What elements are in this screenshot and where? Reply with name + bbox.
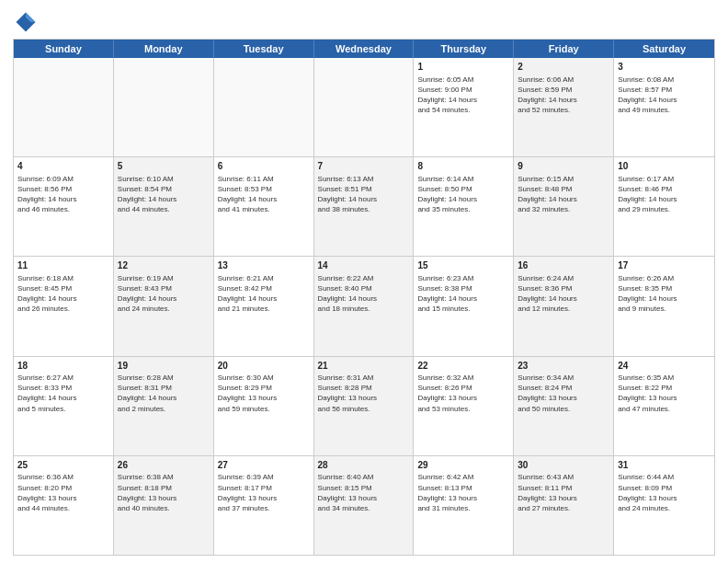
header-day-friday: Friday	[514, 40, 614, 58]
cell-info: Sunrise: 6:22 AM Sunset: 8:40 PM Dayligh…	[318, 273, 410, 315]
header-day-tuesday: Tuesday	[214, 40, 314, 58]
cell-info: Sunrise: 6:30 AM Sunset: 8:29 PM Dayligh…	[218, 373, 310, 414]
cell-info: Sunrise: 6:31 AM Sunset: 8:28 PM Dayligh…	[318, 373, 410, 414]
cell-info: Sunrise: 6:39 AM Sunset: 8:17 PM Dayligh…	[218, 472, 310, 513]
day-number: 13	[218, 259, 310, 272]
cell-info: Sunrise: 6:21 AM Sunset: 8:42 PM Dayligh…	[218, 273, 310, 315]
cell-info: Sunrise: 6:35 AM Sunset: 8:22 PM Dayligh…	[618, 373, 711, 414]
day-number: 3	[618, 61, 711, 74]
day-number: 28	[318, 459, 410, 472]
calendar-row-0: 1Sunrise: 6:05 AM Sunset: 9:00 PM Daylig…	[14, 58, 714, 157]
day-number: 11	[17, 259, 109, 272]
calendar-cell-empty-0-1	[114, 58, 214, 156]
calendar-cell-empty-0-3	[314, 58, 415, 156]
calendar-header: SundayMondayTuesdayWednesdayThursdayFrid…	[14, 40, 714, 58]
calendar-row-4: 25Sunrise: 6:36 AM Sunset: 8:20 PM Dayli…	[14, 456, 714, 555]
day-number: 27	[218, 459, 310, 472]
calendar-cell-26: 26Sunrise: 6:38 AM Sunset: 8:18 PM Dayli…	[114, 456, 214, 555]
header-day-monday: Monday	[114, 40, 214, 58]
cell-info: Sunrise: 6:26 AM Sunset: 8:35 PM Dayligh…	[618, 273, 711, 315]
cell-info: Sunrise: 6:23 AM Sunset: 8:38 PM Dayligh…	[417, 273, 509, 315]
cell-info: Sunrise: 6:10 AM Sunset: 8:54 PM Dayligh…	[118, 174, 210, 215]
day-number: 31	[618, 459, 711, 472]
calendar-cell-1: 1Sunrise: 6:05 AM Sunset: 9:00 PM Daylig…	[414, 58, 514, 156]
calendar-cell-6: 6Sunrise: 6:11 AM Sunset: 8:53 PM Daylig…	[214, 157, 314, 256]
calendar-cell-7: 7Sunrise: 6:13 AM Sunset: 8:51 PM Daylig…	[314, 157, 415, 256]
page: SundayMondayTuesdayWednesdayThursdayFrid…	[0, 0, 728, 563]
header-day-saturday: Saturday	[614, 40, 714, 58]
calendar-row-3: 18Sunrise: 6:27 AM Sunset: 8:33 PM Dayli…	[14, 357, 714, 456]
calendar-cell-14: 14Sunrise: 6:22 AM Sunset: 8:40 PM Dayli…	[314, 257, 415, 355]
day-number: 5	[118, 160, 210, 173]
calendar: SundayMondayTuesdayWednesdayThursdayFrid…	[13, 39, 715, 556]
calendar-cell-18: 18Sunrise: 6:27 AM Sunset: 8:33 PM Dayli…	[14, 357, 114, 455]
day-number: 17	[618, 259, 711, 272]
calendar-cell-3: 3Sunrise: 6:08 AM Sunset: 8:57 PM Daylig…	[614, 58, 714, 156]
calendar-cell-27: 27Sunrise: 6:39 AM Sunset: 8:17 PM Dayli…	[214, 456, 314, 555]
day-number: 25	[17, 459, 109, 472]
day-number: 15	[417, 259, 509, 272]
calendar-cell-21: 21Sunrise: 6:31 AM Sunset: 8:28 PM Dayli…	[314, 357, 415, 455]
calendar-cell-empty-0-2	[214, 58, 314, 156]
day-number: 1	[417, 61, 509, 74]
calendar-cell-25: 25Sunrise: 6:36 AM Sunset: 8:20 PM Dayli…	[14, 456, 114, 555]
cell-info: Sunrise: 6:06 AM Sunset: 8:59 PM Dayligh…	[518, 75, 609, 116]
calendar-cell-10: 10Sunrise: 6:17 AM Sunset: 8:46 PM Dayli…	[614, 157, 714, 256]
day-number: 18	[17, 360, 109, 373]
cell-info: Sunrise: 6:24 AM Sunset: 8:36 PM Dayligh…	[518, 273, 609, 315]
calendar-cell-4: 4Sunrise: 6:09 AM Sunset: 8:56 PM Daylig…	[14, 157, 114, 256]
day-number: 7	[318, 160, 410, 173]
header-day-wednesday: Wednesday	[314, 40, 415, 58]
calendar-cell-31: 31Sunrise: 6:44 AM Sunset: 8:09 PM Dayli…	[614, 456, 714, 555]
day-number: 4	[17, 160, 109, 173]
cell-info: Sunrise: 6:40 AM Sunset: 8:15 PM Dayligh…	[318, 472, 410, 513]
cell-info: Sunrise: 6:28 AM Sunset: 8:31 PM Dayligh…	[118, 373, 210, 414]
calendar-cell-19: 19Sunrise: 6:28 AM Sunset: 8:31 PM Dayli…	[114, 357, 214, 455]
calendar-cell-2: 2Sunrise: 6:06 AM Sunset: 8:59 PM Daylig…	[514, 58, 614, 156]
cell-info: Sunrise: 6:09 AM Sunset: 8:56 PM Dayligh…	[17, 174, 109, 215]
logo	[13, 9, 42, 35]
calendar-cell-15: 15Sunrise: 6:23 AM Sunset: 8:38 PM Dayli…	[414, 257, 514, 355]
calendar-cell-8: 8Sunrise: 6:14 AM Sunset: 8:50 PM Daylig…	[414, 157, 514, 256]
header-day-sunday: Sunday	[14, 40, 114, 58]
calendar-cell-13: 13Sunrise: 6:21 AM Sunset: 8:42 PM Dayli…	[214, 257, 314, 355]
header-day-thursday: Thursday	[414, 40, 514, 58]
day-number: 6	[218, 160, 310, 173]
cell-info: Sunrise: 6:18 AM Sunset: 8:45 PM Dayligh…	[17, 273, 109, 315]
day-number: 2	[518, 61, 609, 74]
calendar-body: 1Sunrise: 6:05 AM Sunset: 9:00 PM Daylig…	[14, 58, 714, 555]
cell-info: Sunrise: 6:43 AM Sunset: 8:11 PM Dayligh…	[518, 472, 609, 513]
day-number: 20	[218, 360, 310, 373]
calendar-cell-17: 17Sunrise: 6:26 AM Sunset: 8:35 PM Dayli…	[614, 257, 714, 355]
cell-info: Sunrise: 6:42 AM Sunset: 8:13 PM Dayligh…	[417, 472, 509, 513]
calendar-cell-empty-0-0	[14, 58, 114, 156]
cell-info: Sunrise: 6:32 AM Sunset: 8:26 PM Dayligh…	[417, 373, 509, 414]
cell-info: Sunrise: 6:36 AM Sunset: 8:20 PM Dayligh…	[17, 472, 109, 513]
calendar-cell-20: 20Sunrise: 6:30 AM Sunset: 8:29 PM Dayli…	[214, 357, 314, 455]
cell-info: Sunrise: 6:11 AM Sunset: 8:53 PM Dayligh…	[218, 174, 310, 215]
day-number: 26	[118, 459, 210, 472]
calendar-cell-22: 22Sunrise: 6:32 AM Sunset: 8:26 PM Dayli…	[414, 357, 514, 455]
day-number: 29	[417, 459, 509, 472]
calendar-cell-29: 29Sunrise: 6:42 AM Sunset: 8:13 PM Dayli…	[414, 456, 514, 555]
day-number: 12	[118, 259, 210, 272]
day-number: 16	[518, 259, 609, 272]
cell-info: Sunrise: 6:38 AM Sunset: 8:18 PM Dayligh…	[118, 472, 210, 513]
cell-info: Sunrise: 6:17 AM Sunset: 8:46 PM Dayligh…	[618, 174, 711, 215]
cell-info: Sunrise: 6:44 AM Sunset: 8:09 PM Dayligh…	[618, 472, 711, 513]
cell-info: Sunrise: 6:19 AM Sunset: 8:43 PM Dayligh…	[118, 273, 210, 315]
day-number: 14	[318, 259, 410, 272]
calendar-cell-12: 12Sunrise: 6:19 AM Sunset: 8:43 PM Dayli…	[114, 257, 214, 355]
cell-info: Sunrise: 6:13 AM Sunset: 8:51 PM Dayligh…	[318, 174, 410, 215]
day-number: 21	[318, 360, 410, 373]
day-number: 10	[618, 160, 711, 173]
cell-info: Sunrise: 6:15 AM Sunset: 8:48 PM Dayligh…	[518, 174, 609, 215]
calendar-cell-30: 30Sunrise: 6:43 AM Sunset: 8:11 PM Dayli…	[514, 456, 614, 555]
day-number: 23	[518, 360, 609, 373]
day-number: 22	[417, 360, 509, 373]
calendar-cell-24: 24Sunrise: 6:35 AM Sunset: 8:22 PM Dayli…	[614, 357, 714, 455]
cell-info: Sunrise: 6:14 AM Sunset: 8:50 PM Dayligh…	[417, 174, 509, 215]
calendar-row-1: 4Sunrise: 6:09 AM Sunset: 8:56 PM Daylig…	[14, 157, 714, 257]
cell-info: Sunrise: 6:27 AM Sunset: 8:33 PM Dayligh…	[17, 373, 109, 414]
calendar-row-2: 11Sunrise: 6:18 AM Sunset: 8:45 PM Dayli…	[14, 257, 714, 356]
